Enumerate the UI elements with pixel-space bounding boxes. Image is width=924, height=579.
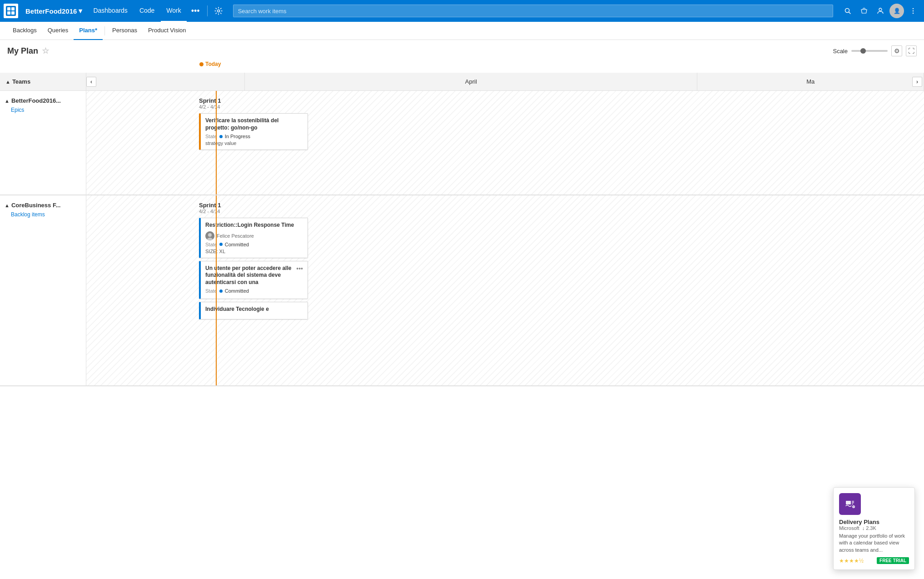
month-prev-partial (86, 73, 245, 90)
settings-gear-icon[interactable]: ⚙ (891, 45, 902, 56)
favorite-star[interactable]: ☆ (42, 46, 49, 56)
svg-point-10 (913, 10, 914, 11)
committed-dot-0 (219, 243, 223, 246)
team1-sidebar: ▲ BetterFood2016... Epics (0, 91, 86, 195)
plan-header: My Plan ☆ Scale ⚙ ⛶ (0, 40, 924, 60)
popup-icon (839, 493, 861, 515)
gantt-full: My Plan ☆ Scale ⚙ ⛶ Today ▲ Team (0, 40, 924, 579)
popup-downloads: ↓ 2.3K (862, 525, 876, 531)
nav-right-button[interactable]: › (912, 77, 922, 87)
team-row-betterfood: ▲ BetterFood2016... Epics Sprint 1 4/2 -… (0, 91, 924, 195)
svg-point-8 (879, 8, 882, 11)
state-row-0: State Committed (205, 242, 303, 247)
more-icon[interactable] (906, 4, 920, 18)
team1-epics-link[interactable]: Epics (5, 107, 81, 113)
nav-links: Dashboards Code Work ••• (88, 0, 203, 22)
svg-rect-19 (852, 504, 853, 504)
svg-point-11 (913, 13, 914, 14)
team2-name: ▲ CoreBusiness F... (5, 202, 81, 209)
svg-line-7 (849, 12, 851, 14)
month-may-partial: Ma (697, 73, 924, 90)
team-row-corebusiness: ▲ CoreBusiness F... Backlog items Sprint… (0, 195, 924, 386)
popup-trial-button[interactable]: FREE TRIAL (877, 557, 909, 564)
search-box[interactable] (233, 5, 833, 17)
settings-icon[interactable] (211, 4, 226, 18)
search-icon[interactable] (840, 4, 855, 18)
nav-right-icons: 👤 (840, 4, 920, 18)
page-wrapper: BetterFood2016 ▾ Dashboards Code Work ••… (0, 0, 924, 579)
team2-card-2[interactable]: Individuare Tecnologie e (199, 302, 308, 319)
nav-dashboards[interactable]: Dashboards (88, 0, 133, 22)
nav-more[interactable]: ••• (188, 0, 204, 22)
team2-backlog-link[interactable]: Backlog items (5, 211, 81, 218)
team1-timeline: Sprint 1 4/2 - 4/14 Verificare la sosten… (86, 91, 924, 195)
avatar[interactable]: 👤 (889, 4, 904, 18)
state-row: State In Progress (205, 134, 303, 139)
subnav-queries[interactable]: Queries (42, 22, 74, 40)
svg-rect-1 (7, 7, 10, 10)
today-dot (199, 62, 204, 66)
state-row-1: State Committed (205, 288, 303, 294)
subnav-backlogs[interactable]: Backlogs (7, 22, 42, 40)
today-label: Today (199, 61, 221, 67)
scale-control: Scale ⚙ ⛶ (833, 45, 917, 56)
delivery-plans-popup: Delivery Plans Microsoft ↓ 2.3K Manage y… (833, 487, 915, 570)
team1-card-0[interactable]: Verificare la sostenibilità del progetto… (199, 113, 308, 150)
subnav-personas[interactable]: Personas (107, 22, 143, 40)
team2-sprint-block: Sprint 1 4/2 - 4/14 Restriction::Login R… (199, 202, 308, 322)
plan-title: My Plan ☆ (7, 46, 49, 56)
collapse-all-icon[interactable]: ▲ (5, 79, 10, 85)
scale-slider[interactable] (851, 50, 888, 52)
project-name[interactable]: BetterFood2016 ▾ (22, 7, 86, 15)
svg-rect-3 (7, 11, 10, 15)
basket-icon[interactable] (857, 4, 871, 18)
in-progress-dot (219, 135, 223, 138)
svg-point-5 (217, 10, 219, 12)
team2-timeline: Sprint 1 4/2 - 4/14 Restriction::Login R… (86, 195, 924, 385)
svg-rect-18 (852, 502, 854, 503)
team1-today-line (216, 91, 217, 195)
team1-collapse-icon[interactable]: ▲ (5, 98, 10, 104)
fullscreen-icon[interactable]: ⛶ (906, 45, 917, 56)
team2-card-1[interactable]: Un utente per poter accedere alle funzio… (199, 261, 308, 299)
team1-sprint-block: Sprint 1 4/2 - 4/14 Verificare la sosten… (199, 97, 308, 153)
popup-stars: ★★★★½ (839, 558, 864, 564)
popup-description: Manage your portfolio of work with a cal… (839, 533, 909, 554)
svg-point-13 (208, 233, 212, 237)
svg-rect-2 (11, 7, 15, 10)
team2-card-0[interactable]: Restriction::Login Response Time F (199, 218, 308, 258)
team2-today-line (216, 195, 217, 385)
assignee-avatar-0 (205, 231, 214, 240)
assignee-row: Felice Pescatore (205, 231, 303, 240)
svg-rect-16 (846, 501, 851, 504)
app-logo[interactable] (4, 4, 18, 18)
svg-rect-17 (852, 501, 854, 502)
popup-footer: ★★★★½ FREE TRIAL (839, 557, 909, 564)
nav-separator (207, 5, 208, 16)
search-input[interactable] (238, 8, 828, 15)
nav-code[interactable]: Code (134, 0, 160, 22)
people-icon[interactable] (873, 4, 888, 18)
gantt-timeline-header: ‹ April Ma › (86, 73, 924, 90)
month-april: April (245, 73, 697, 90)
subnav-product-vision[interactable]: Product Vision (143, 22, 192, 40)
card-more-dots[interactable]: ••• (296, 265, 303, 272)
chevron-down-icon: ▾ (79, 7, 82, 15)
sub-nav-divider (104, 26, 105, 35)
team1-name: ▲ BetterFood2016... (5, 97, 81, 104)
scale-thumb (860, 48, 866, 54)
today-area: Today (0, 60, 924, 73)
gantt-teams-header: ▲ Teams (0, 73, 86, 90)
nav-work[interactable]: Work (161, 0, 186, 22)
sub-nav: Backlogs Queries Plans* Personas Product… (0, 22, 924, 40)
subnav-plans[interactable]: Plans* (74, 22, 103, 40)
nav-left-button[interactable]: ‹ (86, 77, 96, 87)
gantt-body: ▲ BetterFood2016... Epics Sprint 1 4/2 -… (0, 91, 924, 579)
team2-sidebar: ▲ CoreBusiness F... Backlog items (0, 195, 86, 385)
svg-rect-4 (11, 11, 15, 15)
svg-point-9 (913, 8, 914, 9)
popup-publisher: Microsoft (839, 525, 859, 531)
popup-title: Delivery Plans (839, 519, 909, 525)
committed-dot-1 (219, 290, 223, 293)
team2-collapse-icon[interactable]: ▲ (5, 203, 10, 208)
